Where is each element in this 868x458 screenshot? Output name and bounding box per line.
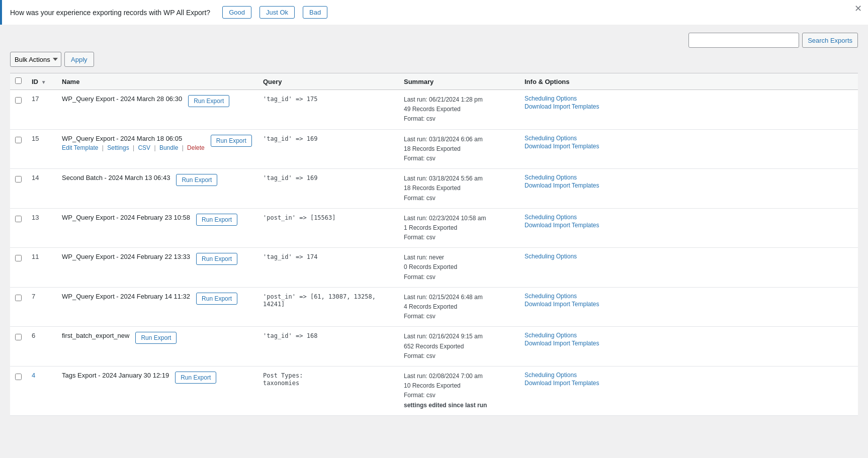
bad-button[interactable]: Bad bbox=[303, 6, 327, 19]
row-options-cell: Scheduling OptionsDownload Import Templa… bbox=[519, 208, 858, 248]
row-options-cell: Scheduling OptionsDownload Import Templa… bbox=[519, 366, 858, 415]
name-cell: WP_Query Export - 2024 March 28 06:30 bbox=[62, 95, 182, 103]
row-options-cell: Scheduling OptionsDownload Import Templa… bbox=[519, 169, 858, 209]
run-export-button[interactable]: Run Export bbox=[196, 214, 237, 226]
name-cell: first_batch_export_new bbox=[62, 332, 129, 339]
scheduling-options-link[interactable]: Scheduling Options bbox=[525, 372, 853, 379]
run-export-wrapper: Run Export bbox=[135, 332, 177, 344]
row-action-delete[interactable]: Delete bbox=[187, 144, 205, 151]
row-action-csv[interactable]: CSV bbox=[138, 144, 150, 151]
table-row: 6first_batch_export_newRun Export'tag_id… bbox=[10, 327, 858, 367]
summary-records: 652 Records Exported bbox=[404, 342, 514, 351]
download-import-templates-link[interactable]: Download Import Templates bbox=[525, 301, 853, 308]
row-checkbox-cell bbox=[10, 366, 27, 415]
table-row: 13WP_Query Export - 2024 February 23 10:… bbox=[10, 208, 858, 248]
feedback-question: How was your experience exporting record… bbox=[10, 9, 210, 17]
name-inner: WP_Query Export - 2024 February 23 10:58… bbox=[62, 214, 253, 226]
row-name-cell: WP_Query Export - 2024 March 18 06:05Edi… bbox=[57, 129, 258, 169]
summary-format: Format: csv bbox=[404, 391, 514, 400]
summary-format: Format: csv bbox=[404, 154, 514, 163]
query-text: 'tag_id' => 168 bbox=[263, 332, 317, 339]
row-checkbox[interactable] bbox=[15, 216, 22, 222]
row-id-link[interactable]: 4 bbox=[32, 372, 35, 379]
table-row: 11WP_Query Export - 2024 February 22 13:… bbox=[10, 248, 858, 288]
action-separator: | bbox=[152, 144, 157, 151]
row-action-bundle[interactable]: Bundle bbox=[159, 144, 178, 151]
run-export-button[interactable]: Run Export bbox=[196, 293, 237, 305]
download-import-templates-link[interactable]: Download Import Templates bbox=[525, 182, 853, 189]
run-export-button[interactable]: Run Export bbox=[196, 253, 237, 265]
name-cell: WP_Query Export - 2024 February 23 10:58 bbox=[62, 214, 190, 221]
row-action-edit-template[interactable]: Edit Template bbox=[62, 144, 99, 151]
bulk-actions-select[interactable]: Bulk Actions bbox=[10, 52, 61, 67]
scheduling-options-link[interactable]: Scheduling Options bbox=[525, 332, 853, 339]
run-export-button[interactable]: Run Export bbox=[175, 372, 216, 384]
scheduling-options-link[interactable]: Scheduling Options bbox=[525, 135, 853, 142]
scheduling-options-link[interactable]: Scheduling Options bbox=[525, 95, 853, 102]
row-options-cell: Scheduling OptionsDownload Import Templa… bbox=[519, 90, 858, 130]
query-text: 'tag_id' => 169 bbox=[263, 135, 317, 142]
download-import-templates-link[interactable]: Download Import Templates bbox=[525, 103, 853, 110]
name-inner: WP_Query Export - 2024 February 22 13:33… bbox=[62, 253, 253, 265]
run-export-wrapper: Run Export bbox=[188, 95, 229, 107]
name-cell: WP_Query Export - 2024 February 14 11:32 bbox=[62, 293, 190, 300]
summary-text: Last run: 02/08/2024 7:00 am10 Records E… bbox=[404, 372, 514, 410]
close-banner-button[interactable]: ✕ bbox=[854, 4, 862, 13]
row-action-settings[interactable]: Settings bbox=[107, 144, 129, 151]
row-checkbox[interactable] bbox=[15, 295, 22, 301]
action-separator: | bbox=[131, 144, 136, 151]
run-export-button[interactable]: Run Export bbox=[135, 332, 177, 344]
action-separator: | bbox=[180, 144, 185, 151]
col-header-id: ID ▼ bbox=[27, 73, 57, 90]
row-options-cell: Scheduling Options bbox=[519, 248, 858, 288]
row-checkbox-cell bbox=[10, 208, 27, 248]
table-row: 15WP_Query Export - 2024 March 18 06:05E… bbox=[10, 129, 858, 169]
row-checkbox[interactable] bbox=[15, 137, 22, 143]
row-query-cell: 'tag_id' => 174 bbox=[258, 248, 399, 288]
name-inner: WP_Query Export - 2024 March 28 06:30Run… bbox=[62, 95, 253, 107]
summary-text: Last run: never0 Records ExportedFormat:… bbox=[404, 253, 514, 282]
row-id-cell: 15 bbox=[27, 129, 57, 169]
row-checkbox[interactable] bbox=[15, 374, 22, 380]
row-id-cell: 13 bbox=[27, 208, 57, 248]
download-import-templates-link[interactable]: Download Import Templates bbox=[525, 143, 853, 150]
summary-text: Last run: 02/23/2024 10:58 am1 Records E… bbox=[404, 214, 514, 243]
summary-last-run: Last run: 03/18/2024 6:06 am bbox=[404, 135, 514, 144]
row-summary-cell: Last run: 02/23/2024 10:58 am1 Records E… bbox=[399, 208, 519, 248]
row-name-text: WP_Query Export - 2024 February 22 13:33 bbox=[62, 253, 190, 260]
row-name-cell: WP_Query Export - 2024 February 22 13:33… bbox=[57, 248, 258, 288]
summary-text: Last run: 03/18/2024 6:06 am18 Records E… bbox=[404, 135, 514, 164]
run-export-button[interactable]: Run Export bbox=[211, 135, 252, 147]
scheduling-options-link[interactable]: Scheduling Options bbox=[525, 293, 853, 300]
search-input[interactable] bbox=[688, 33, 799, 48]
row-checkbox[interactable] bbox=[15, 97, 22, 104]
summary-text: Last run: 02/16/2024 9:15 am652 Records … bbox=[404, 332, 514, 361]
name-inner: Second Batch - 2024 March 13 06:43Run Ex… bbox=[62, 174, 253, 186]
scheduling-options-link[interactable]: Scheduling Options bbox=[525, 253, 853, 260]
good-button[interactable]: Good bbox=[222, 6, 251, 19]
summary-text: Last run: 02/15/2024 6:48 am4 Records Ex… bbox=[404, 293, 514, 322]
run-export-button[interactable]: Run Export bbox=[176, 174, 217, 186]
search-button[interactable]: Search Exports bbox=[802, 33, 858, 48]
row-checkbox[interactable] bbox=[15, 334, 22, 340]
row-checkbox[interactable] bbox=[15, 176, 22, 182]
scheduling-options-link[interactable]: Scheduling Options bbox=[525, 174, 853, 181]
name-cell: WP_Query Export - 2024 February 22 13:33 bbox=[62, 253, 190, 260]
summary-last-run: Last run: 02/15/2024 6:48 am bbox=[404, 293, 514, 302]
summary-last-run: Last run: 06/21/2024 1:28 pm bbox=[404, 95, 514, 105]
justok-button[interactable]: Just Ok bbox=[259, 6, 295, 19]
apply-button[interactable]: Apply bbox=[64, 52, 94, 67]
download-import-templates-link[interactable]: Download Import Templates bbox=[525, 340, 853, 347]
download-import-templates-link[interactable]: Download Import Templates bbox=[525, 222, 853, 229]
scheduling-options-link[interactable]: Scheduling Options bbox=[525, 214, 853, 221]
name-cell: Tags Export - 2024 January 30 12:19 bbox=[62, 372, 169, 379]
download-import-templates-link[interactable]: Download Import Templates bbox=[525, 380, 853, 387]
run-export-button[interactable]: Run Export bbox=[188, 95, 229, 107]
row-checkbox[interactable] bbox=[15, 255, 22, 261]
row-id-cell: 4 bbox=[27, 366, 57, 415]
main-content: Search Exports Bulk Actions Apply ID ▼ bbox=[0, 25, 868, 424]
name-cell: WP_Query Export - 2024 March 18 06:05Edi… bbox=[62, 135, 205, 151]
select-all-checkbox[interactable] bbox=[15, 77, 22, 84]
name-cell: Second Batch - 2024 March 13 06:43 bbox=[62, 174, 170, 181]
summary-records: 10 Records Exported bbox=[404, 381, 514, 391]
